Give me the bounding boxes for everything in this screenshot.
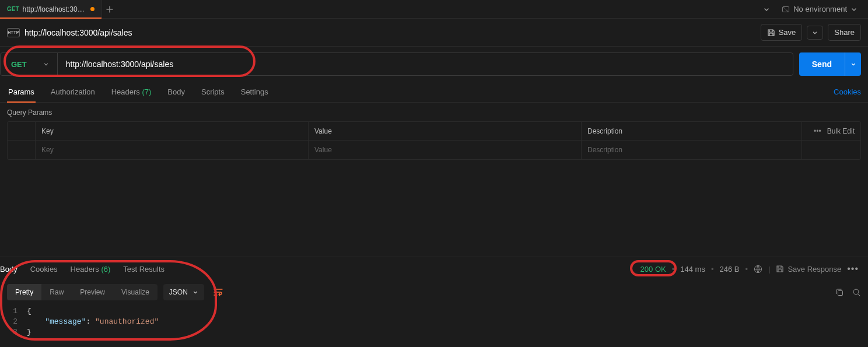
view-preview[interactable]: Preview	[72, 284, 113, 300]
separator: •	[672, 265, 675, 274]
tab-headers-label: Headers	[111, 87, 140, 96]
request-tabs: Params Authorization Headers (7) Body Sc…	[0, 82, 868, 103]
code-content: }	[27, 327, 32, 338]
query-params-title: Query Params	[0, 103, 868, 121]
save-icon	[767, 29, 775, 37]
tab-method-label: GET	[7, 6, 19, 12]
request-url-row: GET Send	[0, 47, 868, 82]
resp-tab-headers[interactable]: Headers (6)	[71, 265, 111, 274]
method-select[interactable]: GET	[1, 53, 58, 75]
col-actions: ••• Bulk Edit	[802, 122, 860, 140]
row-checkbox[interactable]	[8, 141, 36, 159]
chevron-down-icon	[812, 30, 818, 36]
share-button[interactable]: Share	[828, 24, 861, 41]
url-bar: GET	[0, 52, 793, 76]
breadcrumb: http://localhost:3000/api/sales	[24, 28, 132, 37]
save-response-label: Save Response	[788, 265, 841, 274]
environment-selector[interactable]: No environment	[777, 2, 862, 16]
share-label: Share	[834, 28, 855, 37]
chevron-down-icon	[43, 61, 49, 67]
response-pane: Body Cookies Headers (6) Test Results 20…	[0, 257, 868, 347]
save-button[interactable]: Save	[761, 24, 803, 41]
search-response-button[interactable]	[852, 288, 861, 297]
cookies-link[interactable]: Cookies	[834, 87, 861, 96]
response-tabs: Body Cookies Headers (6) Test Results 20…	[0, 257, 868, 281]
col-description: Description	[582, 122, 802, 140]
view-mode-segment: Pretty Raw Preview Visualize	[7, 284, 158, 300]
chevron-down-icon	[850, 61, 856, 67]
status-badge[interactable]: 200 OK	[640, 265, 666, 274]
line-number: 1	[0, 306, 27, 317]
view-visualize[interactable]: Visualize	[113, 284, 158, 300]
code-line: 2 "message": "unauthorized"	[0, 317, 868, 327]
no-env-icon	[782, 5, 790, 13]
line-number: 3	[0, 327, 27, 338]
resp-tab-body[interactable]: Body	[0, 265, 18, 274]
svg-rect-2	[838, 290, 843, 295]
request-header: HTTP http://localhost:3000/api/sales Sav…	[0, 19, 868, 47]
chevron-down-icon	[192, 289, 198, 295]
resp-tab-cookies[interactable]: Cookies	[30, 265, 58, 274]
row-actions	[802, 141, 860, 159]
tabs-overflow-button[interactable]	[760, 3, 774, 15]
col-key: Key	[36, 122, 309, 140]
save-options-button[interactable]	[807, 26, 823, 40]
tab-bar: GET http://localhost:3000/ap No environm…	[0, 0, 868, 19]
table-header-row: Key Value Description ••• Bulk Edit	[8, 122, 860, 141]
code-content: "message": "unauthorized"	[27, 317, 159, 327]
save-response-button[interactable]: Save Response	[776, 265, 841, 274]
separator: •	[745, 265, 748, 274]
tab-scripts[interactable]: Scripts	[200, 82, 226, 102]
send-button[interactable]: Send	[799, 52, 845, 76]
response-time[interactable]: 144 ms	[680, 265, 705, 274]
code-line: 1{	[0, 306, 868, 317]
tab-params[interactable]: Params	[7, 82, 36, 102]
tab-settings[interactable]: Settings	[240, 82, 270, 102]
format-label: JSON	[169, 288, 188, 296]
tab-body[interactable]: Body	[166, 82, 186, 102]
request-tab[interactable]: GET http://localhost:3000/ap	[0, 0, 102, 18]
separator: |	[768, 265, 770, 274]
tab-authorization[interactable]: Authorization	[50, 82, 96, 102]
send-options-button[interactable]	[845, 52, 861, 76]
http-icon: HTTP	[7, 28, 20, 37]
resp-headers-label: Headers	[71, 265, 99, 274]
unsaved-dot-icon	[90, 7, 94, 11]
response-size[interactable]: 246 B	[719, 265, 739, 274]
view-raw[interactable]: Raw	[41, 284, 72, 300]
method-label: GET	[11, 60, 27, 69]
query-params-table: Key Value Description ••• Bulk Edit Key …	[7, 121, 861, 160]
response-body[interactable]: 1{2 "message": "unauthorized"3}	[0, 304, 868, 340]
col-checkbox	[8, 122, 36, 140]
wrap-lines-button[interactable]	[210, 285, 226, 300]
url-input[interactable]	[58, 53, 793, 75]
key-input[interactable]: Key	[36, 141, 309, 159]
save-icon	[776, 265, 784, 273]
chevron-down-icon	[850, 6, 858, 13]
code-content: {	[27, 306, 32, 317]
line-number: 2	[0, 317, 27, 327]
save-label: Save	[779, 28, 796, 37]
table-row[interactable]: Key Value Description	[8, 141, 860, 159]
value-input[interactable]: Value	[309, 141, 582, 159]
tab-title: http://localhost:3000/ap	[23, 5, 87, 13]
description-input[interactable]: Description	[582, 141, 802, 159]
resp-headers-count: (6)	[101, 265, 110, 274]
bulk-edit-button[interactable]: Bulk Edit	[827, 127, 855, 135]
environment-label: No environment	[793, 5, 847, 13]
separator: •	[711, 265, 714, 274]
copy-response-button[interactable]	[835, 288, 844, 297]
response-view-row: Pretty Raw Preview Visualize JSON	[0, 281, 868, 304]
add-tab-button[interactable]	[102, 0, 118, 18]
headers-count: (7)	[142, 87, 151, 96]
response-more-button[interactable]: •••	[847, 264, 859, 274]
resp-tab-test-results[interactable]: Test Results	[123, 265, 164, 274]
format-select[interactable]: JSON	[163, 284, 204, 300]
network-info-button[interactable]	[754, 265, 762, 274]
view-pretty[interactable]: Pretty	[7, 284, 41, 300]
tab-headers[interactable]: Headers (7)	[110, 82, 153, 102]
col-value: Value	[309, 122, 582, 140]
code-line: 3}	[0, 327, 868, 338]
column-options-button[interactable]: •••	[814, 127, 821, 135]
response-meta: 200 OK • 144 ms • 246 B • | Save Respons…	[640, 264, 859, 274]
